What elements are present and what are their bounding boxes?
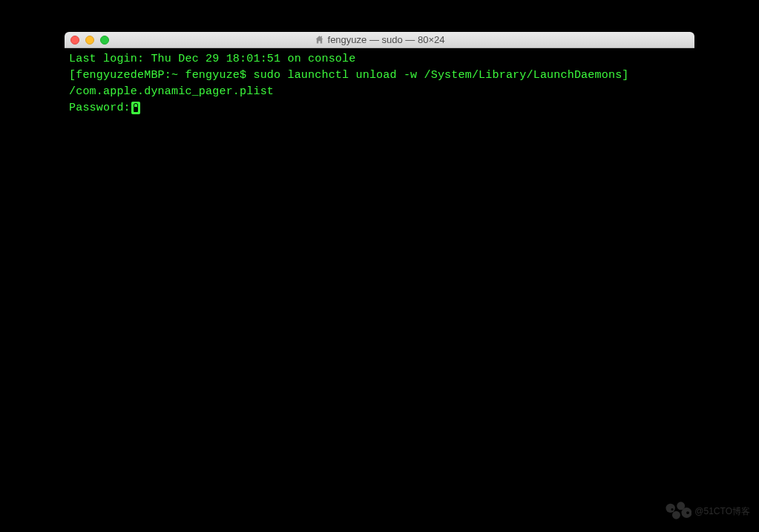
minimize-button[interactable] xyxy=(85,36,94,45)
home-icon xyxy=(315,35,324,45)
watermark-text: @51CTO博客 xyxy=(694,505,750,518)
terminal-line-continuation: /com.apple.dynamic_pager.plist xyxy=(69,84,690,100)
terminal-window: fengyuze — sudo — 80×24 Last login: Thu … xyxy=(65,32,694,441)
password-label: Password: xyxy=(69,102,131,114)
watermark-logo-icon xyxy=(663,500,691,523)
terminal-line-login: Last login: Thu Dec 29 18:01:51 on conso… xyxy=(69,51,690,68)
title-area: fengyuze — sudo — 80×24 xyxy=(65,34,694,45)
window-title: fengyuze — sudo — 80×24 xyxy=(328,34,445,45)
traffic-lights xyxy=(65,36,109,45)
shell-prompt: fengyuzedeMBP:~ fengyuze$ xyxy=(76,69,253,82)
svg-point-0 xyxy=(666,504,675,513)
key-icon xyxy=(131,102,140,114)
zoom-button[interactable] xyxy=(100,36,109,45)
watermark: @51CTO博客 xyxy=(663,500,750,523)
svg-point-3 xyxy=(672,511,680,519)
bracket-close: ] xyxy=(622,69,628,82)
terminal-body[interactable]: Last login: Thu Dec 29 18:01:51 on conso… xyxy=(65,48,694,119)
window-titlebar[interactable]: fengyuze — sudo — 80×24 xyxy=(65,32,694,48)
bracket-open: [ xyxy=(69,69,76,82)
svg-point-5 xyxy=(686,511,689,514)
terminal-line-password: Password: xyxy=(69,100,690,116)
command-text: sudo launchctl unload -w /System/Library… xyxy=(253,69,622,82)
terminal-line-command: [fengyuzedeMBP:~ fengyuze$ sudo launchct… xyxy=(69,68,690,84)
svg-point-4 xyxy=(671,508,674,510)
close-button[interactable] xyxy=(70,36,79,45)
